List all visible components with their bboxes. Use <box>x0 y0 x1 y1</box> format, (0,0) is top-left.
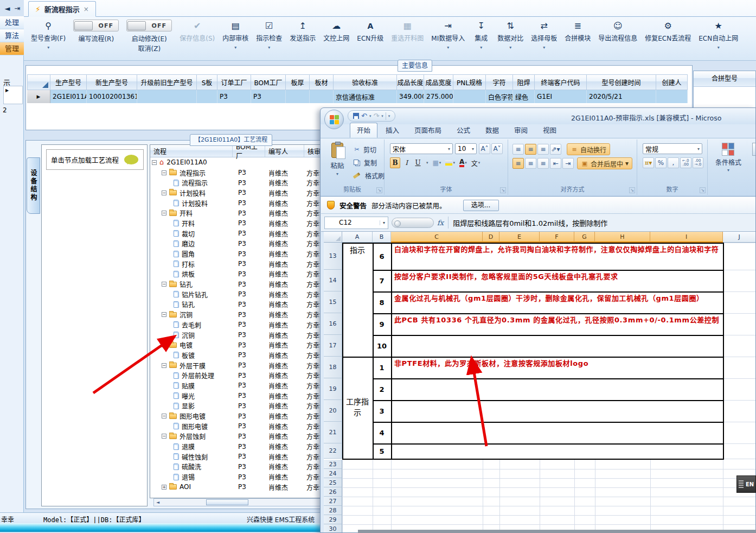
undo-dropdown-icon[interactable]: ▾ <box>369 114 371 118</box>
expand-toggle-icon[interactable]: − <box>162 191 166 195</box>
sidebar-item-guanli[interactable]: 管理 <box>0 42 24 55</box>
align-center-icon[interactable]: ≡ <box>525 158 536 169</box>
chevron-down-icon[interactable]: ▾ <box>543 45 545 50</box>
column-header-E[interactable]: E <box>499 232 540 243</box>
align-left-icon[interactable]: ≡ <box>512 158 524 169</box>
grid-cell[interactable] <box>286 90 310 103</box>
grid-column-header[interactable]: 验收标准 <box>334 74 397 90</box>
expand-toggle-icon[interactable]: − <box>162 312 166 317</box>
grid-column-header[interactable]: 阻焊 <box>513 74 535 90</box>
excel-tab-插入[interactable]: 插入 <box>379 123 406 138</box>
grid-column-header[interactable]: S板 <box>197 74 217 90</box>
row-header-28[interactable]: 28 <box>324 506 342 515</box>
font-size-combo[interactable]: 10▾ <box>455 143 477 154</box>
merge-center-button[interactable]: ▣ 合并后居中▾ <box>577 157 632 169</box>
expand-toggle-icon[interactable]: − <box>152 160 157 165</box>
grid-column-header[interactable]: 终端客户代码 <box>535 74 587 90</box>
excel-tab-页面布局[interactable]: 页面布局 <box>407 123 449 138</box>
shrink-font-button[interactable]: A˅ <box>491 143 503 154</box>
grid-cell[interactable]: P3 <box>217 90 251 103</box>
security-options-button[interactable]: 选项... <box>463 200 499 211</box>
toolbar-export-flow-info-button[interactable]: ☺导出流程信息 <box>594 18 641 42</box>
redo-dropdown-icon[interactable]: ▾ <box>381 114 383 118</box>
sidebar-item-chuli[interactable]: 处理 <box>0 16 24 29</box>
grid-cell[interactable] <box>197 90 217 103</box>
grid-column-header[interactable]: 新生产型号 <box>87 74 137 90</box>
off-toggle-switch[interactable]: OFF <box>126 20 172 31</box>
column-header-D[interactable]: D <box>483 232 499 243</box>
grid-column-header[interactable]: 成品宽度 <box>424 74 453 90</box>
instruction-number-cell[interactable]: 3 <box>373 400 391 422</box>
toolbar-internal-audit-button[interactable]: ▤内部审核▾ <box>219 18 252 50</box>
toolbar-ecn-upgrade-button[interactable]: AECN升级 <box>353 18 387 42</box>
toolbar-ecn-auto-upload-button[interactable]: ★ECN自动上网▾ <box>695 18 742 50</box>
formula-bar-handle[interactable] <box>392 218 434 228</box>
row-header-24[interactable]: 24 <box>324 469 342 478</box>
tree-col-writer[interactable]: 编写人 <box>265 145 304 157</box>
format-as-table-button[interactable]: 表 <box>748 143 756 167</box>
font-name-combo[interactable]: 宋体▾ <box>390 143 453 154</box>
expand-toggle-icon[interactable]: + <box>162 485 166 490</box>
sidebar-item-suanfa[interactable]: 算法 <box>0 29 24 42</box>
back-arrow-icon[interactable]: ◄ <box>5 4 10 12</box>
toolbar-save-info-button[interactable]: ✔保存信息(S) <box>176 18 219 42</box>
instruction-text-cell[interactable] <box>391 443 723 459</box>
instruction-text-cell[interactable]: 非PTFE材料，此为罗杰斯板材，注意按客规添加板材logo <box>391 357 723 378</box>
toolbar-repair-ecn-lost-flow-button[interactable]: ⚙修复ECN丢流程 <box>641 18 695 42</box>
row-header-21[interactable]: 21 <box>324 422 342 443</box>
ime-indicator[interactable]: EN <box>736 475 756 493</box>
decrease-decimal-icon[interactable]: .00→.0 <box>693 157 704 168</box>
row-header-22[interactable]: 22 <box>324 443 342 459</box>
row-header-13[interactable]: 13 <box>324 243 342 270</box>
grid-cell[interactable] <box>310 90 334 103</box>
grid-cell[interactable] <box>453 90 486 103</box>
currency-format-icon[interactable]: ¤▾ <box>643 157 654 168</box>
alignment-dialog-launcher-icon[interactable]: ↘ <box>629 187 635 193</box>
instruction-text-cell[interactable]: 按部分客户要求II类制作，忽略客规里面的5G天线板盘中孔塞孔要求 <box>391 270 723 291</box>
row-header-17[interactable]: 17 <box>324 335 342 357</box>
expand-toggle-icon[interactable]: − <box>162 170 166 175</box>
instruction-number-cell[interactable]: 1 <box>373 357 391 378</box>
chevron-down-icon[interactable]: ▾ <box>234 45 236 50</box>
instruction-text-cell[interactable] <box>391 400 723 422</box>
toolbar-doc-control-upload-button[interactable]: ☁文控上网 <box>319 18 353 42</box>
fill-color-button[interactable]: ▾ <box>444 157 457 168</box>
instruction-text-cell[interactable] <box>391 378 723 400</box>
row-header-23[interactable]: 23 <box>324 460 342 469</box>
number-format-combo[interactable]: 常规▾ <box>643 143 702 154</box>
chevron-down-icon[interactable]: ▾ <box>509 45 511 50</box>
chevron-down-icon[interactable]: ▾ <box>470 147 474 151</box>
borders-button[interactable]: ▦▾ <box>431 157 443 168</box>
expand-toggle-icon[interactable]: − <box>162 363 166 368</box>
row-header-16[interactable]: 16 <box>324 313 342 335</box>
chevron-down-icon[interactable]: ▾ <box>727 168 729 173</box>
off-toggle-switch[interactable]: OFF <box>73 20 119 31</box>
orientation-icon[interactable]: ⇗▾ <box>550 144 561 155</box>
decrease-indent-icon[interactable]: ⇤ <box>550 158 561 169</box>
dock-arrow-icon[interactable]: ⇥ <box>15 4 21 12</box>
grid-cell[interactable]: 2020/5/21 <box>587 90 656 103</box>
wrap-text-button[interactable]: ≡ 自动换行 <box>567 143 610 155</box>
instruction-number-cell[interactable]: 5 <box>373 443 391 459</box>
grid-cell[interactable]: 275.000 <box>424 90 453 103</box>
row-header-20[interactable]: 20 <box>324 400 342 422</box>
toolbar-write-flow-button[interactable]: OFF编写流程(R) <box>69 18 123 43</box>
instruction-number-cell[interactable]: 7 <box>373 270 391 291</box>
name-box[interactable]: C12 ▾ <box>324 217 388 229</box>
chevron-down-icon[interactable]: ▾ <box>47 45 49 50</box>
chevron-down-icon[interactable]: ▾ <box>695 147 700 151</box>
toolbar-integrate-button[interactable]: ↧集成▾ <box>469 18 494 50</box>
tree-col-bom[interactable]: BOM工厂 <box>233 145 265 157</box>
tree-horizontal-scrollbar[interactable]: ◄ <box>153 498 342 506</box>
grid-column-header[interactable]: 成品长度 <box>397 74 424 90</box>
align-right-icon[interactable]: ≡ <box>537 158 549 169</box>
instruction-number-cell[interactable]: 10 <box>373 335 391 357</box>
format-painter-button[interactable]: 格式刷 <box>353 171 385 180</box>
tree-col-flow[interactable]: 流程 <box>150 145 233 157</box>
bold-button[interactable]: B <box>390 157 400 168</box>
excel-tab-审阅[interactable]: 审阅 <box>507 123 535 138</box>
chevron-down-icon[interactable]: ▾ <box>717 45 720 50</box>
excel-tab-开始[interactable]: 开始 <box>350 123 377 138</box>
font-dialog-launcher-icon[interactable]: ↘ <box>500 187 506 193</box>
paste-dropdown-icon[interactable]: ▾ <box>336 172 338 176</box>
